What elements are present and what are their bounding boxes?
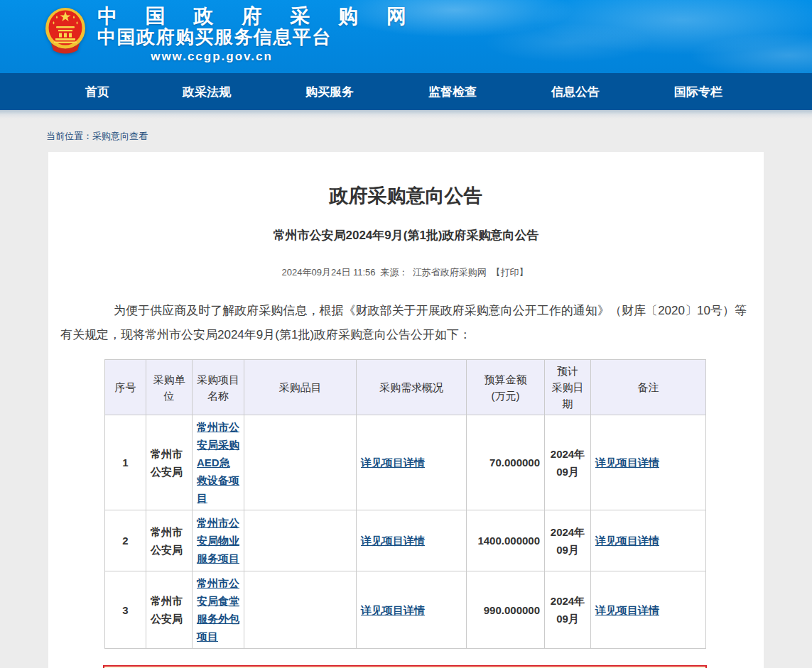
site-url-text: www.ccgp.gov.cn xyxy=(97,50,326,64)
page-title: 政府采购意向公告 xyxy=(48,152,764,209)
cell-date: 2024年09月 xyxy=(545,510,591,571)
project-link[interactable]: 常州市公安局采购AED急救设备项目 xyxy=(197,421,239,504)
table-row: 2 常州市公安局 常州市公安局物业服务项目 详见项目详情 1400.000000… xyxy=(105,510,706,571)
notice-box: 本次公开的采购意向是本单位政府采购工作的初步安排，具体采购项目情况以相关采购公告… xyxy=(103,665,707,668)
col-header-no: 序号 xyxy=(105,360,146,415)
publish-date: 2024年09月24日 11:56 xyxy=(282,267,376,278)
article-subtitle: 常州市公安局2024年9月(第1批)政府采购意向公告 xyxy=(48,227,764,243)
col-header-date: 预计 采购日期 xyxy=(545,360,591,415)
cell-budget: 70.000000 xyxy=(467,415,545,510)
table-header-row: 序号 采购单位 采购项目 名称 采购品目 采购需求概况 预算金额 (万元) 预计… xyxy=(105,360,706,415)
cell-items xyxy=(244,415,357,510)
project-link[interactable]: 常州市公安局物业服务项目 xyxy=(197,517,239,564)
cell-no: 3 xyxy=(105,571,146,649)
demand-detail-link[interactable]: 详见项目详情 xyxy=(361,456,425,469)
nav-item-supervision[interactable]: 监督检查 xyxy=(428,84,477,100)
col-header-budget: 预算金额 (万元) xyxy=(467,360,545,415)
table-row: 1 常州市公安局 常州市公安局采购AED急救设备项目 详见项目详情 70.000… xyxy=(105,415,706,510)
platform-name-text: 中国政府购买服务信息平台 xyxy=(97,27,418,48)
nav-item-regulations[interactable]: 政采法规 xyxy=(183,84,231,100)
cell-no: 1 xyxy=(105,415,146,510)
cell-org: 常州市公安局 xyxy=(146,510,193,571)
content-panel: 政府采购意向公告 常州市公安局2024年9月(第1批)政府采购意向公告 2024… xyxy=(48,152,764,668)
cell-org: 常州市公安局 xyxy=(146,415,193,510)
col-header-items: 采购品目 xyxy=(244,360,357,415)
demand-detail-link[interactable]: 详见项目详情 xyxy=(361,604,425,616)
intro-paragraph: 为便于供应商及时了解政府采购信息，根据《财政部关于开展政府采购意向公开工作的通知… xyxy=(60,299,747,347)
cell-items xyxy=(244,510,357,571)
cell-no: 2 xyxy=(105,510,146,571)
site-logo: 中 国 政 府 采 购 网 中国政府购买服务信息平台 www.ccgp.gov.… xyxy=(0,0,812,64)
col-header-org: 采购单位 xyxy=(146,360,193,415)
cell-budget: 990.000000 xyxy=(467,571,545,649)
nav-item-home[interactable]: 首页 xyxy=(73,84,121,100)
cell-date: 2024年09月 xyxy=(545,571,591,649)
project-link[interactable]: 常州市公安局食堂服务外包项目 xyxy=(197,577,239,642)
article-meta: 2024年09月24日 11:56 来源： 江苏省政府采购网 【打印】 xyxy=(48,266,764,279)
cell-budget: 1400.000000 xyxy=(467,510,545,571)
national-emblem-icon xyxy=(44,6,87,55)
col-header-remark: 备注 xyxy=(591,360,706,415)
demand-detail-link[interactable]: 详见项目详情 xyxy=(361,535,425,547)
cell-date: 2024年09月 xyxy=(545,415,591,510)
remark-detail-link[interactable]: 详见项目详情 xyxy=(595,456,659,469)
source-name: 江苏省政府采购网 xyxy=(413,267,487,278)
site-name-text: 中 国 政 府 采 购 网 xyxy=(97,5,418,27)
main-nav: 首页 政采法规 购买服务 监督检查 信息公告 国际专栏 xyxy=(0,73,812,110)
col-header-demand: 采购需求概况 xyxy=(357,360,467,415)
cell-org: 常州市公安局 xyxy=(146,571,193,649)
procurement-table: 序号 采购单位 采购项目 名称 采购品目 采购需求概况 预算金额 (万元) 预计… xyxy=(104,359,706,649)
nav-item-announcements[interactable]: 信息公告 xyxy=(551,84,600,100)
breadcrumb: 当前位置：采购意向查看 xyxy=(46,130,812,143)
nav-item-purchase-services[interactable]: 购买服务 xyxy=(305,84,354,100)
col-header-project: 采购项目 名称 xyxy=(193,360,244,415)
table-row: 3 常州市公安局 常州市公安局食堂服务外包项目 详见项目详情 990.00000… xyxy=(105,571,706,649)
print-button[interactable]: 【打印】 xyxy=(491,267,528,278)
remark-detail-link[interactable]: 详见项目详情 xyxy=(595,604,659,616)
nav-item-international[interactable]: 国际专栏 xyxy=(674,84,722,100)
source-label: 来源： xyxy=(380,267,408,278)
cell-items xyxy=(244,571,357,649)
nav-shadow-divider xyxy=(0,110,812,119)
site-header: 中 国 政 府 采 购 网 中国政府购买服务信息平台 www.ccgp.gov.… xyxy=(0,0,812,73)
remark-detail-link[interactable]: 详见项目详情 xyxy=(595,535,659,547)
